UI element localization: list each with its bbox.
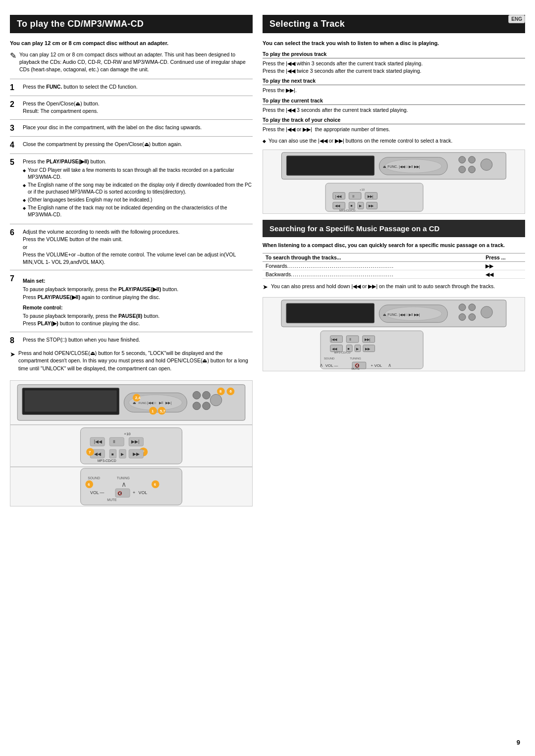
svg-text:MUTE: MUTE bbox=[351, 367, 360, 370]
right-section-title: Selecting a Track bbox=[263, 15, 525, 33]
step-1-content: Press the FUNC. button to select the CD … bbox=[23, 83, 253, 91]
svg-text:6: 6 bbox=[154, 482, 157, 487]
svg-rect-63 bbox=[286, 156, 374, 175]
svg-text:1: 1 bbox=[152, 408, 154, 413]
svg-point-94 bbox=[459, 304, 466, 311]
track-current: To play the current track Press the |◀◀ … bbox=[263, 98, 525, 114]
svg-point-9 bbox=[210, 394, 221, 405]
svg-text:VOL: VOL bbox=[139, 490, 148, 495]
svg-point-67 bbox=[459, 156, 466, 163]
svg-text:VOL —: VOL — bbox=[325, 363, 338, 368]
divider-s7 bbox=[10, 332, 253, 332]
svg-text:▶II: ▶II bbox=[159, 401, 163, 404]
step-6: 6 Adjust the volume according to needs w… bbox=[10, 228, 253, 266]
left-column: To play the CD/MP3/WMA-CD You can play 1… bbox=[10, 15, 253, 741]
svg-point-71 bbox=[481, 159, 492, 171]
svg-text:+10: +10 bbox=[360, 188, 365, 191]
svg-rect-2 bbox=[25, 390, 117, 411]
svg-text:■: ■ bbox=[347, 347, 349, 351]
svg-point-68 bbox=[469, 156, 476, 163]
search-note-text: You can also press and hold down |◀◀ or … bbox=[271, 283, 495, 290]
search-row-forwards: Forwards................................… bbox=[263, 262, 525, 270]
svg-text:|◀◀: |◀◀ bbox=[335, 194, 342, 198]
bullet-5-3: (Other languages besides English may not… bbox=[23, 197, 253, 203]
svg-text:▶: ▶ bbox=[121, 452, 124, 456]
step-7: 7 Main set: To pause playback temporaril… bbox=[10, 274, 253, 327]
note-arrow-icon: ➤ bbox=[10, 350, 15, 359]
step-2-content: Press the Open/Close(⏏) button. Result: … bbox=[23, 100, 253, 115]
right-device-image-2: ⏏ FUNC. |◀◀ □ ▶II ▶▶| |◀◀ II ▶▶| ◀◀ ■ bbox=[263, 297, 525, 371]
svg-text:MP3-CD/CD: MP3-CD/CD bbox=[339, 209, 356, 212]
step-2-num: 2 bbox=[10, 100, 19, 109]
intro-text: You can play 12 cm or 8 cm compact discs… bbox=[19, 51, 253, 74]
svg-text:MUTE: MUTE bbox=[107, 498, 117, 502]
svg-point-95 bbox=[469, 304, 476, 311]
track-choice-desc: Press the |◀◀ or ▶▶| the appropriate num… bbox=[263, 126, 525, 133]
search-bold-intro: When listening to a compact disc, you ca… bbox=[263, 242, 525, 248]
step-4-num: 4 bbox=[10, 141, 19, 150]
svg-text:II: II bbox=[349, 338, 351, 341]
search-backwards-label: Backwards...............................… bbox=[263, 270, 482, 279]
step-6-content: Adjust the volume according to needs wit… bbox=[23, 228, 253, 266]
track-next: To play the next track Press the ▶▶|. bbox=[263, 78, 525, 94]
svg-text:◀◀: ◀◀ bbox=[335, 204, 340, 207]
search-table: To search through the tracks... Press ..… bbox=[263, 253, 525, 279]
search-row-backwards: Backwards...............................… bbox=[263, 270, 525, 279]
svg-text:▶▶|: ▶▶| bbox=[131, 439, 139, 444]
intro-paragraph: ✎ You can play 12 cm or 8 cm compact dis… bbox=[10, 51, 253, 74]
step-5-content: Press the PLAY/PAUSE(▶II) button. Your C… bbox=[23, 158, 253, 220]
search-note-arrow-icon: ➤ bbox=[263, 283, 268, 292]
divider-s2 bbox=[10, 119, 253, 120]
right-column: Selecting a Track You can select the tra… bbox=[263, 15, 525, 741]
step-5-num: 5 bbox=[10, 158, 19, 167]
note-block: ➤ Press and hold OPEN/CLOSE(⏏) button fo… bbox=[10, 350, 253, 372]
step-8-content: Press the STOP(□) button when you have f… bbox=[23, 336, 253, 344]
svg-text:SOUND: SOUND bbox=[324, 357, 334, 360]
svg-text:▶▶: ▶▶ bbox=[369, 204, 374, 207]
step-2: 2 Press the Open/Close(⏏) button. Result… bbox=[10, 100, 253, 115]
divider-s3 bbox=[10, 136, 253, 137]
step-7-num: 7 bbox=[10, 274, 19, 283]
step-4-content: Close the compartment by pressing the Op… bbox=[23, 141, 253, 148]
note-icon: ✎ bbox=[10, 50, 16, 61]
page-number: 9 bbox=[517, 739, 520, 746]
bullet-5-2: The English name of the song may be indi… bbox=[23, 182, 253, 196]
divider-1 bbox=[10, 79, 253, 79]
bullet-5-1: Your CD Player will take a few moments t… bbox=[23, 167, 253, 181]
search-backwards-symbol: ◀◀ bbox=[482, 270, 525, 279]
svg-rect-30 bbox=[109, 437, 124, 446]
right-bold-intro: You can select the track you wish to lis… bbox=[263, 40, 525, 46]
svg-point-5 bbox=[193, 391, 201, 399]
track-current-title: To play the current track bbox=[263, 98, 525, 105]
svg-text:TUNING: TUNING bbox=[117, 476, 130, 480]
track-next-desc: Press the ▶▶|. bbox=[263, 87, 525, 94]
divider-s6 bbox=[10, 270, 253, 270]
svg-text:6: 6 bbox=[88, 482, 90, 487]
svg-text:⏏  FUNC.  |◀◀  □  ▶II  ▶▶|: ⏏ FUNC. |◀◀ □ ▶II ▶▶| bbox=[383, 165, 420, 169]
search-section-title: Searching for a Specific Music Passage o… bbox=[263, 220, 525, 238]
left-section-title: To play the CD/MP3/WMA-CD bbox=[10, 15, 253, 33]
step-5-bullets: Your CD Player will take a few moments t… bbox=[23, 167, 253, 218]
svg-text:FUNC.: FUNC. bbox=[139, 402, 148, 404]
svg-point-98 bbox=[481, 306, 493, 318]
step-4: 4 Close the compartment by pressing the … bbox=[10, 141, 253, 150]
track-previous-desc: Press the |◀◀ within 3 seconds after the… bbox=[263, 60, 525, 75]
svg-text:■: ■ bbox=[111, 452, 114, 456]
svg-text:∧: ∧ bbox=[388, 362, 391, 368]
step-3-num: 3 bbox=[10, 124, 19, 133]
left-bold-intro: You can play 12 cm or 8 cm compact disc … bbox=[10, 40, 253, 46]
svg-point-70 bbox=[469, 166, 476, 173]
note-text: Press and hold OPEN/CLOSE(⏏) button for … bbox=[18, 350, 253, 372]
remote-control-label: Remote control: bbox=[23, 304, 253, 311]
svg-text:II: II bbox=[113, 439, 115, 444]
svg-point-97 bbox=[469, 314, 476, 321]
step-6-num: 6 bbox=[10, 228, 19, 237]
step-1: 1 Press the FUNC. button to select the C… bbox=[10, 83, 253, 92]
svg-text:8: 8 bbox=[219, 389, 222, 394]
svg-text:◀◀: ◀◀ bbox=[332, 347, 337, 351]
svg-text:VOL: VOL bbox=[90, 490, 99, 495]
step-3: 3 Place your disc in the compartment, wi… bbox=[10, 124, 253, 133]
svg-text:⏏  FUNC.  |◀◀  □  ▶II  ▶▶|: ⏏ FUNC. |◀◀ □ ▶II ▶▶| bbox=[383, 313, 420, 317]
eng-badge: ENG bbox=[508, 15, 525, 23]
track-choice-title: To play the track of your choice bbox=[263, 117, 525, 124]
